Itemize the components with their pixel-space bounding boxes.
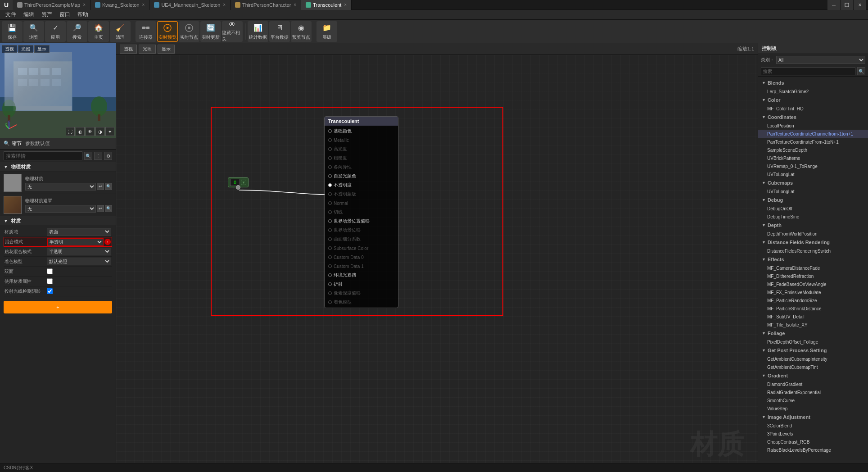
tab-skeleton[interactable]: Kwang_Skeleton × <box>90 0 149 10</box>
pin-specular-dot[interactable] <box>328 147 332 151</box>
item-3colorblend[interactable]: 3ColorBlend <box>758 422 868 430</box>
pin-world-displace-dot[interactable] <box>328 228 332 232</box>
category-color-header[interactable]: ▼ Color <box>758 95 868 104</box>
item-valuestep[interactable]: ValueStep <box>758 404 868 413</box>
item-uvbrickpatterns[interactable]: UVBrickPatterns <box>758 154 868 162</box>
category-effects[interactable]: ▼ Effects MF_CameraDistanceFade MF_Dithe… <box>758 255 868 329</box>
item-mf-ditheredrefraction[interactable]: MF_DitheredRefraction <box>758 272 868 280</box>
category-depth-header[interactable]: ▼ Depth <box>758 221 868 230</box>
tab-transcoulent[interactable]: Transcoulent × <box>301 0 352 10</box>
item-lerp-scratch[interactable]: Lerp_ScratchGrime2 <box>758 87 868 95</box>
toolbar-hideunrelated[interactable]: 👁 隐藏不相关 <box>222 21 243 42</box>
category-getpostprocess[interactable]: ▼ Get Post Process Setting GetAmbientCub… <box>758 346 868 371</box>
right-search-input[interactable] <box>761 67 855 75</box>
maximize-btn[interactable] <box>841 0 853 10</box>
category-foliage-header[interactable]: ▼ Foliage <box>758 329 868 338</box>
pin-tangent-dot[interactable] <box>328 210 332 214</box>
item-mf-fadebasedonview[interactable]: MF_FadeBasedOnViewAngle <box>758 280 868 288</box>
item-depthfromworld[interactable]: DepthFromWorldPosition <box>758 230 868 238</box>
item-mf-subuv[interactable]: MF_SubUV_Detail <box>758 313 868 321</box>
pin-emissive-dot[interactable] <box>328 174 332 178</box>
tab-ue4skeleton[interactable]: UE4_Mannequin_Skeleton × <box>149 0 231 10</box>
mat-castshadow-cb[interactable] <box>47 288 53 294</box>
item-raiseblacklevels[interactable]: RaiseBlackLevelsByPercentage <box>758 446 868 454</box>
pin-opacity-dot[interactable] <box>328 183 332 187</box>
item-mf-colortint[interactable]: MF_ColorTint_HQ <box>758 104 868 113</box>
props-search-btn[interactable]: 🔍 <box>84 152 92 160</box>
category-coordinates[interactable]: ▼ Coordinates LocalPosition PanTextureCo… <box>758 113 868 178</box>
toolbar-realtime[interactable]: 实时预览 <box>157 21 178 42</box>
pin-world-offset-dot[interactable] <box>328 219 332 223</box>
toolbar-preview-node[interactable]: ◉ 预览节点 <box>291 21 312 42</box>
vp-btn-2[interactable]: ◐ <box>76 127 85 136</box>
category-debug[interactable]: ▼ Debug DebugOnOff DebugTimeSine <box>758 195 868 221</box>
mat-blend-select[interactable]: 半透明 <box>47 238 104 246</box>
category-coordinates-header[interactable]: ▼ Coordinates <box>758 113 868 122</box>
item-mf-fx-emissive[interactable]: MF_FX_EmissiveModulate <box>758 288 868 296</box>
pin-tessellation-dot[interactable] <box>328 237 332 241</box>
category-distfields-header[interactable]: ▼ Distance Fields Rendering <box>758 238 868 247</box>
toolbar-save[interactable]: 💾 保存 <box>2 21 23 42</box>
toolbar-platform[interactable]: 🖥 平台数据 <box>269 21 290 42</box>
item-getambientcubemapintensity[interactable]: GetAmbientCubemapIntensity <box>758 355 868 363</box>
mat-slot-1-select[interactable]: 无 <box>25 183 96 191</box>
toolbar-apply[interactable]: ✓ 应用 <box>45 21 66 42</box>
props-settings-btn[interactable]: ⚙ <box>104 152 112 160</box>
mat-shading-select[interactable]: 默认光照 <box>47 258 111 265</box>
pin-ao-dot[interactable] <box>328 273 332 277</box>
const-dropdown-icon[interactable]: ▼ <box>241 180 246 185</box>
item-mf-particlerandom[interactable]: MF_ParticleRandomSize <box>758 296 868 304</box>
view-lighting-btn[interactable]: 光照 <box>139 45 156 54</box>
pin-opacity-mask-dot[interactable] <box>328 192 332 196</box>
props-grid-btn[interactable]: ⋮ <box>94 152 102 160</box>
mat-usematattrib-cb[interactable] <box>47 278 53 284</box>
tab-ue4skeleton-close[interactable]: × <box>223 2 226 7</box>
view-display-btn[interactable]: 显示 <box>158 45 175 54</box>
item-mf-cameradistfade[interactable]: MF_CameraDistanceFade <box>758 264 868 272</box>
category-effects-header[interactable]: ▼ Effects <box>758 255 868 264</box>
vp-btn-5[interactable]: ✦ <box>105 127 114 136</box>
menu-edit[interactable]: 编辑 <box>20 10 38 20</box>
pin-refraction-dot[interactable] <box>328 282 332 286</box>
category-getpostprocess-header[interactable]: ▼ Get Post Process Setting <box>758 346 868 355</box>
item-pixeldepthfoliage[interactable]: PixelDepthOffset_Foliage <box>758 338 868 346</box>
mat-slot-1-search[interactable]: 🔍 <box>105 183 112 190</box>
category-foliage[interactable]: ▼ Foliage PixelDepthOffset_Foliage <box>758 329 868 346</box>
vp-btn-4[interactable]: ◑ <box>95 127 104 136</box>
category-depth[interactable]: ▼ Depth DepthFromWorldPosition <box>758 221 868 238</box>
pin-metallic-dot[interactable] <box>328 138 332 142</box>
toolbar-browse[interactable]: 🔍 浏览 <box>23 21 44 42</box>
menu-help[interactable]: 帮助 <box>74 10 92 20</box>
mat-slot-2-reset[interactable]: ↩ <box>97 205 104 212</box>
mat-slot-2-search[interactable]: 🔍 <box>105 205 112 212</box>
const-node[interactable]: 0 ▼ <box>228 177 249 187</box>
toolbar-stats[interactable]: 📊 统计数据 <box>248 21 268 42</box>
item-cheapcontrast-rgb[interactable]: CheapContrast_RGB <box>758 438 868 446</box>
item-debugonoff[interactable]: DebugOnOff <box>758 204 868 213</box>
category-cubemaps-header[interactable]: ▼ Cubemaps <box>758 178 868 187</box>
item-pantexture-from1ton[interactable]: PanTextureCoordinateChannelfrom-1ton+1 <box>758 130 868 138</box>
menu-window[interactable]: 窗口 <box>56 10 74 20</box>
mat-twosided-cb[interactable] <box>47 268 53 274</box>
toolbar-hierarchy[interactable]: 📁 层级 <box>316 21 337 42</box>
tab-character[interactable]: ThirdPersonCharacter × <box>231 0 301 10</box>
category-imageadjust-header[interactable]: ▼ Image Adjustment <box>758 413 868 422</box>
canvas-area[interactable]: 0 ▼ Transcoulent 基础颜色 <box>116 55 758 472</box>
category-color[interactable]: ▼ Color MF_ColorTint_HQ <box>758 95 868 113</box>
tab-skeleton-close[interactable]: × <box>142 2 145 7</box>
pin-custom-data-0-dot[interactable] <box>328 255 332 259</box>
minimize-btn[interactable] <box>827 0 840 10</box>
tab-map[interactable]: ThirdPersonExampleMap × <box>13 0 90 10</box>
toolbar-liveupdate[interactable]: 🔄 实时更新 <box>200 21 221 42</box>
add-material-btn[interactable]: + <box>4 301 112 313</box>
mat-slot-2-select[interactable]: 无 <box>25 205 96 213</box>
tab-character-close[interactable]: × <box>294 2 296 7</box>
vp-btn-1[interactable]: ⛶ <box>66 127 75 136</box>
category-gradient[interactable]: ▼ Gradient DiamondGradient RadialGradien… <box>758 371 868 413</box>
category-blends[interactable]: ▼ Blends Lerp_ScratchGrime2 <box>758 78 868 95</box>
toolbar-livenode[interactable]: 实时节点 <box>179 21 199 42</box>
pin-shading-model-dot[interactable] <box>328 300 332 304</box>
mat-slot-1-reset[interactable]: ↩ <box>97 183 104 190</box>
view-perspective-btn[interactable]: 透视 <box>120 45 137 54</box>
pin-normal-dot[interactable] <box>328 201 332 205</box>
